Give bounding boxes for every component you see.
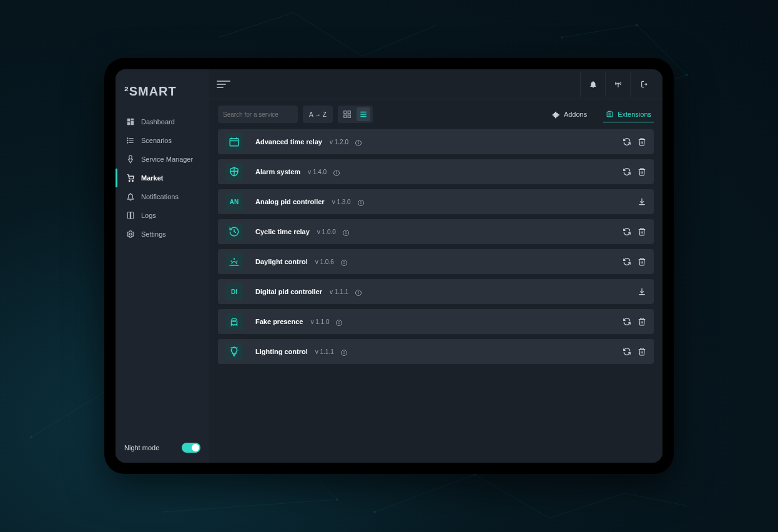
- delete-icon[interactable]: [638, 227, 646, 236]
- search-box[interactable]: [218, 106, 298, 123]
- tab-extensions-label: Extensions: [618, 111, 651, 118]
- row-actions: [638, 287, 646, 296]
- svg-point-19: [127, 142, 128, 143]
- grid-view-button[interactable]: [340, 107, 354, 121]
- svg-point-89: [343, 352, 344, 352]
- tab-addons[interactable]: Addons: [549, 107, 589, 122]
- main-panel: A → Z Addons Extensions: [209, 69, 662, 463]
- delete-icon[interactable]: [638, 317, 646, 326]
- extensions-list: Advanced time relay v 1.2.0 Alarm system…: [209, 129, 662, 364]
- logs-icon: [126, 211, 135, 220]
- refresh-icon[interactable]: [623, 257, 631, 266]
- extension-row[interactable]: Lighting control v 1.1.1: [218, 339, 654, 364]
- info-icon[interactable]: [355, 138, 362, 145]
- sidebar-item-settings[interactable]: Settings: [116, 225, 209, 244]
- refresh-icon[interactable]: [623, 317, 631, 326]
- svg-point-20: [129, 180, 130, 182]
- refresh-icon[interactable]: [623, 347, 631, 356]
- extension-row[interactable]: Fake presence v 1.1.0: [218, 309, 654, 334]
- sunrise-icon: [225, 253, 243, 270]
- svg-point-21: [132, 180, 134, 182]
- sidebar-item-logs[interactable]: Logs: [116, 206, 209, 225]
- sidebar-item-label: Logs: [141, 212, 156, 219]
- svg-point-50: [337, 172, 337, 172]
- svg-rect-34: [607, 112, 613, 117]
- app-screen: ²SMART Dashboard Scenarios Service Manag…: [116, 69, 662, 463]
- sidebar-item-scenarios[interactable]: Scenarios: [116, 131, 209, 150]
- extension-name: Lighting control: [255, 348, 308, 355]
- extension-version: v 1.2.0: [330, 139, 348, 145]
- row-actions: [623, 317, 646, 326]
- extension-name: Cyclic time relay: [255, 228, 310, 235]
- extension-name: Fake presence: [255, 318, 303, 325]
- dashboard-icon: [126, 117, 135, 126]
- svg-point-4: [336, 498, 338, 501]
- info-icon[interactable]: [340, 258, 348, 265]
- svg-line-64: [231, 261, 232, 262]
- svg-point-76: [235, 321, 236, 322]
- svg-point-73: [358, 292, 359, 292]
- extension-row[interactable]: Daylight control v 1.0.6: [218, 249, 654, 274]
- svg-point-5: [561, 36, 563, 39]
- svg-point-8: [373, 511, 376, 513]
- sidebar: ²SMART Dashboard Scenarios Service Manag…: [116, 69, 209, 463]
- refresh-icon[interactable]: [623, 227, 631, 236]
- list-view-button[interactable]: [357, 107, 370, 121]
- night-mode-toggle[interactable]: [182, 443, 200, 453]
- delete-icon[interactable]: [638, 137, 646, 146]
- info-icon[interactable]: [355, 288, 362, 295]
- antenna-icon[interactable]: [605, 72, 630, 97]
- sidebar-item-dashboard[interactable]: Dashboard: [116, 112, 209, 131]
- extension-version: v 1.0.0: [317, 229, 336, 235]
- tab-extensions[interactable]: Extensions: [603, 106, 654, 122]
- topbar: [209, 69, 662, 99]
- extension-row[interactable]: AN Analog pid controller v 1.3.0: [218, 189, 654, 214]
- extension-version: v 1.3.0: [332, 199, 351, 205]
- toolbar: A → Z Addons Extensions: [209, 99, 662, 129]
- sort-button[interactable]: A → Z: [303, 106, 333, 123]
- extension-row[interactable]: DI Digital pid controller v 1.1.1: [218, 279, 654, 304]
- download-icon[interactable]: [638, 197, 646, 206]
- refresh-icon[interactable]: [623, 167, 631, 176]
- svg-line-85: [231, 347, 232, 348]
- sidebar-item-service-manager[interactable]: Service Manager: [116, 150, 209, 169]
- sidebar-item-label: Dashboard: [141, 118, 175, 126]
- refresh-icon[interactable]: [623, 137, 631, 146]
- svg-point-59: [345, 232, 346, 232]
- info-icon[interactable]: [342, 228, 350, 235]
- calendar-icon: [225, 133, 243, 150]
- sidebar-item-label: Service Manager: [141, 155, 193, 163]
- shield-icon: [225, 163, 243, 180]
- download-icon[interactable]: [638, 287, 646, 296]
- extension-row[interactable]: Advanced time relay v 1.2.0: [218, 129, 654, 154]
- history-icon: [225, 223, 243, 240]
- svg-rect-27: [344, 111, 347, 114]
- night-mode-row: Night mode: [116, 443, 209, 453]
- delete-icon[interactable]: [638, 257, 646, 266]
- logout-icon[interactable]: [630, 72, 655, 97]
- info-icon[interactable]: [340, 348, 348, 355]
- svg-point-79: [339, 322, 340, 322]
- extension-name: Advanced time relay: [255, 138, 322, 145]
- menu-icon[interactable]: [217, 81, 230, 88]
- bell-icon: [126, 192, 135, 201]
- sidebar-item-market[interactable]: Market: [116, 169, 209, 187]
- extension-row[interactable]: Alarm system v 1.4.0: [218, 159, 654, 184]
- svg-point-7: [686, 74, 688, 76]
- sidebar-item-label: Notifications: [141, 193, 179, 200]
- scenarios-icon: [126, 136, 135, 145]
- row-actions: [623, 347, 646, 356]
- sidebar-item-notifications[interactable]: Notifications: [116, 187, 209, 206]
- info-icon[interactable]: [357, 198, 365, 205]
- delete-icon[interactable]: [638, 347, 646, 356]
- extension-version: v 1.0.6: [315, 259, 334, 265]
- info-icon[interactable]: [335, 318, 343, 325]
- search-input[interactable]: [223, 111, 302, 118]
- row-actions: [623, 137, 646, 146]
- notifications-icon[interactable]: [580, 72, 605, 97]
- svg-point-43: [358, 142, 359, 142]
- extension-row[interactable]: Cyclic time relay v 1.0.0: [218, 219, 654, 244]
- delete-icon[interactable]: [638, 167, 646, 176]
- bulb-icon: [225, 343, 243, 360]
- info-icon[interactable]: [333, 168, 340, 175]
